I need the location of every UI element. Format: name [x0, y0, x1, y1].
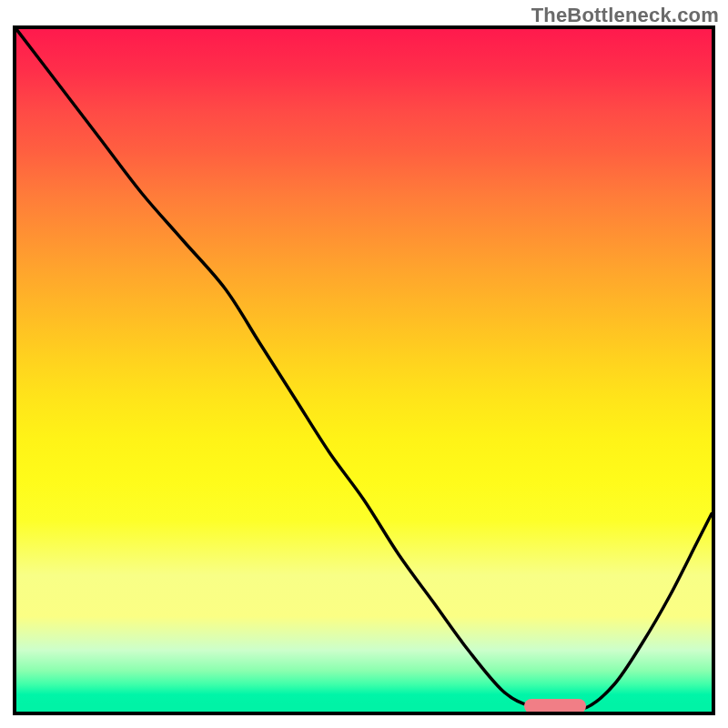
optimal-range-marker: [524, 699, 587, 713]
bottleneck-curve: [16, 29, 712, 712]
chart-frame: [13, 25, 715, 715]
chart-container: TheBottleneck.com: [0, 0, 728, 728]
watermark-text: TheBottleneck.com: [531, 4, 719, 27]
